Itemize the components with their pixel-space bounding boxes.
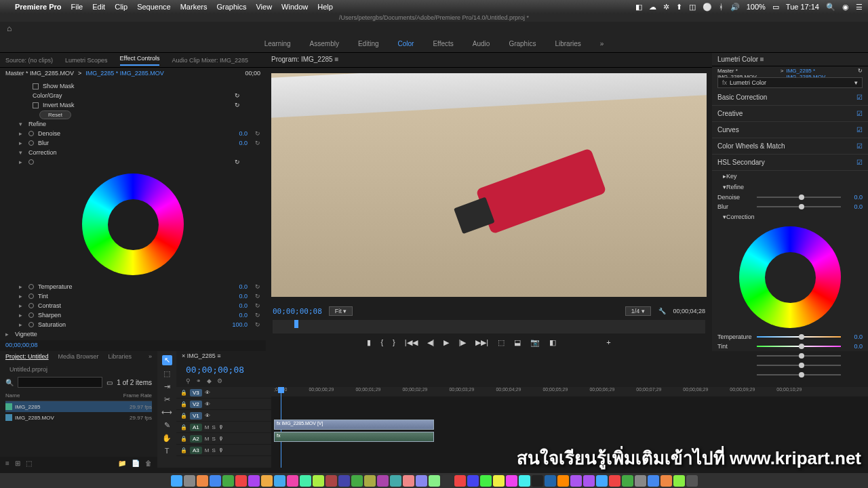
reset-icon[interactable]: ↻ [255, 321, 260, 328]
sharpen-slider[interactable] [757, 365, 841, 366]
status-icon[interactable]: ◫ [689, 3, 696, 12]
dock-app[interactable] [429, 475, 440, 487]
app-name[interactable]: Premiere Pro [15, 3, 61, 11]
track-a2[interactable]: 🔒A2MS🎙 [176, 433, 271, 445]
dock-finder[interactable] [171, 475, 182, 487]
toggle-icon[interactable] [28, 322, 34, 327]
dock-app[interactable] [313, 475, 324, 487]
dock-app[interactable] [480, 475, 492, 487]
toggle-icon[interactable] [28, 159, 34, 165]
reset-icon[interactable]: ↻ [255, 302, 260, 309]
dock-app[interactable] [609, 475, 620, 487]
menu-sequence[interactable]: Sequence [137, 3, 171, 11]
menu-icon[interactable]: ☰ [856, 3, 863, 12]
sat-slider[interactable] [757, 374, 841, 375]
tab-audio-mixer[interactable]: Audio Clip Mixer: IMG_2285 [172, 57, 248, 64]
reset-icon[interactable]: ↻ [235, 92, 240, 99]
expand-icon[interactable]: ▸ [5, 331, 11, 338]
menu-help[interactable]: Help [317, 3, 333, 11]
search-icon[interactable]: 🔍 [826, 3, 835, 12]
video-clip[interactable]: fx IMG_2285.MOV [V] [274, 420, 434, 430]
dock-app[interactable] [519, 475, 530, 487]
timecode[interactable]: 00;00;00;08 [0, 340, 266, 351]
clock[interactable]: Tue 17:14 [786, 3, 819, 11]
track-v3[interactable]: 🔒V3👁 [176, 387, 271, 399]
home-icon[interactable]: ⌂ [7, 24, 12, 33]
track-a1[interactable]: 🔒A1MS🎙 [176, 422, 271, 433]
freeform-icon[interactable]: ⬚ [26, 460, 32, 467]
col-rate[interactable]: Frame Rate [123, 392, 152, 399]
bin-icon[interactable]: ▭ [106, 379, 113, 386]
pen-tool-icon[interactable]: ✎ [164, 421, 170, 430]
bluetooth-icon[interactable]: ᚼ [719, 3, 724, 11]
dock-app[interactable] [300, 475, 311, 487]
dock-app[interactable] [364, 475, 376, 487]
dock-app[interactable] [493, 475, 505, 487]
check-icon[interactable]: ☑ [856, 142, 863, 150]
quality-dropdown[interactable]: 1/4 ▾ [625, 306, 651, 316]
tab-media-browser[interactable]: Media Browser [58, 353, 99, 363]
menu-edit[interactable]: Edit [92, 3, 105, 11]
icon-view-icon[interactable]: ⊞ [15, 460, 20, 467]
track-v1[interactable]: 🔒V1👁 [176, 410, 271, 422]
reset-icon[interactable]: ↻ [255, 283, 260, 290]
play-icon[interactable]: ▶ [443, 338, 449, 347]
panel-menu-icon[interactable]: ≡ [760, 56, 764, 63]
dock-app[interactable] [248, 475, 260, 487]
blur-value[interactable]: 0.0 [239, 140, 248, 146]
play-ruler[interactable] [273, 320, 705, 328]
dock-pr[interactable] [570, 475, 582, 487]
type-tool-icon[interactable]: T [165, 447, 170, 455]
tint-value[interactable]: 0.0 [239, 293, 248, 300]
expand-icon[interactable]: ▸ [19, 312, 24, 319]
section-basic-correction[interactable]: Basic Correction☑ [712, 89, 868, 106]
dock-app[interactable] [197, 475, 208, 487]
dock-app[interactable] [338, 475, 350, 487]
track-v2[interactable]: 🔒V2👁 [176, 399, 271, 410]
sharpen-value[interactable]: 0.0 [239, 312, 248, 319]
tint-value[interactable]: 0.0 [845, 343, 863, 350]
toggle-icon[interactable] [28, 293, 34, 299]
menu-file[interactable]: File [71, 3, 83, 11]
contrast-value[interactable]: 0.0 [239, 302, 248, 309]
dock-trash[interactable] [686, 475, 698, 487]
reset-icon[interactable]: ↻ [858, 68, 863, 75]
step-fwd-icon[interactable]: |▶ [458, 338, 466, 347]
reset-icon[interactable]: ↻ [235, 159, 240, 165]
volume-icon[interactable]: 🔊 [730, 3, 740, 12]
trash-icon[interactable]: 🗑 [145, 460, 152, 467]
project-item[interactable]: IMG_2285.MOV29.97 fps [5, 412, 152, 423]
toggle-icon[interactable] [28, 303, 34, 308]
toggle-icon[interactable] [28, 131, 34, 136]
dock-app[interactable] [596, 475, 608, 487]
expand-icon[interactable]: ▸ [19, 293, 24, 300]
menu-clip[interactable]: Clip [115, 3, 127, 11]
go-out-icon[interactable]: ▶▶| [475, 338, 488, 347]
link-icon[interactable]: ⚭ [196, 378, 201, 386]
dock-ps[interactable] [545, 475, 556, 487]
check-icon[interactable]: ☑ [856, 94, 863, 101]
extract-icon[interactable]: ⬓ [514, 338, 521, 347]
slip-tool-icon[interactable]: ⟷ [161, 408, 172, 417]
go-in-icon[interactable]: |◀◀ [405, 338, 418, 347]
check-icon[interactable]: ☑ [856, 110, 863, 117]
workspace-libraries[interactable]: Libraries [555, 40, 580, 47]
expand-icon[interactable]: ▸ [19, 140, 24, 146]
tab-libraries[interactable]: Libraries [108, 353, 132, 363]
reset-icon[interactable]: ↻ [255, 312, 260, 319]
dock-app[interactable] [326, 475, 337, 487]
current-timecode[interactable]: 00;00;00;08 [273, 307, 322, 316]
lumetri-clip[interactable]: IMG_2285 * IMG_2285.MOV [786, 68, 855, 75]
tint-slider[interactable] [757, 346, 841, 347]
compare-icon[interactable]: ◧ [549, 338, 556, 347]
dock-app[interactable] [467, 475, 479, 487]
reset-icon[interactable]: ↻ [235, 102, 240, 108]
sequence-name[interactable]: IMG_2285 [187, 352, 216, 359]
scrub-bar[interactable] [273, 328, 705, 333]
dock-app[interactable] [673, 475, 685, 487]
status-icon[interactable]: ◧ [635, 3, 642, 12]
expand-icon[interactable]: ▸ [19, 159, 24, 165]
toggle-icon[interactable] [28, 312, 34, 318]
new-item-icon[interactable]: 📄 [132, 460, 140, 467]
dock-app[interactable] [532, 475, 543, 487]
